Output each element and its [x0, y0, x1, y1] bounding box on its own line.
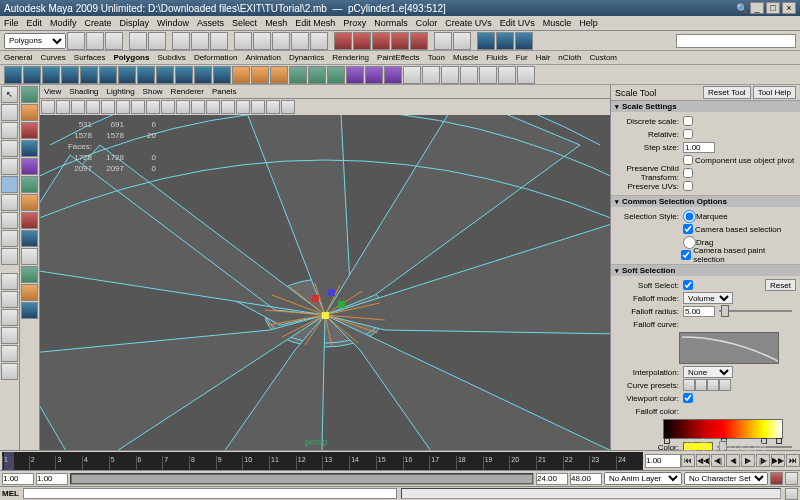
- soft-select-checkbox[interactable]: [683, 280, 693, 290]
- marquee-radio[interactable]: [683, 210, 696, 223]
- component-pivot-checkbox[interactable]: [683, 155, 693, 165]
- shelf-sphere-icon[interactable]: [4, 66, 22, 84]
- vp-menu-lighting[interactable]: Lighting: [107, 87, 135, 96]
- manip-tool-icon[interactable]: [1, 194, 18, 211]
- menu-assets[interactable]: Assets: [197, 18, 224, 28]
- ql-5-icon[interactable]: [21, 158, 38, 175]
- camera-sel-checkbox[interactable]: [683, 224, 693, 234]
- step-fwd-button[interactable]: ▶▶: [771, 454, 785, 467]
- preset-3-icon[interactable]: [707, 379, 719, 391]
- vp-textured-icon[interactable]: [206, 100, 220, 114]
- shelf-fill-icon[interactable]: [460, 66, 478, 84]
- range-start-inner-field[interactable]: [36, 473, 68, 485]
- ql-4-icon[interactable]: [21, 140, 38, 157]
- shelf-tab-animation[interactable]: Animation: [245, 53, 281, 62]
- falloff-curve-editor[interactable]: [679, 332, 779, 364]
- time-slider[interactable]: 123456789101112131415161718192021222324 …: [0, 450, 800, 470]
- autokey-toggle-icon[interactable]: [770, 472, 783, 485]
- window-min-button[interactable]: _: [750, 2, 764, 14]
- camera-paint-checkbox[interactable]: [681, 250, 691, 260]
- shelf-tab-rendering[interactable]: Rendering: [332, 53, 369, 62]
- ql-8-icon[interactable]: [21, 212, 38, 229]
- tool-open-icon[interactable]: [86, 32, 104, 50]
- history-off-icon[interactable]: [453, 32, 471, 50]
- shelf-plane-icon[interactable]: [80, 66, 98, 84]
- play-back-button[interactable]: ◀: [726, 454, 740, 467]
- layout-three-icon[interactable]: [1, 345, 18, 362]
- menu-modify[interactable]: Modify: [50, 18, 77, 28]
- shelf-prism-icon[interactable]: [118, 66, 136, 84]
- viewport-3d[interactable]: persp 5316916 1578157820 Faces: 17281728…: [40, 115, 610, 450]
- last-tool-icon[interactable]: [1, 248, 18, 265]
- range-track[interactable]: [70, 473, 534, 485]
- prev-key-button[interactable]: ◀|: [711, 454, 725, 467]
- shelf-merge-icon[interactable]: [422, 66, 440, 84]
- vp-bookmark-icon[interactable]: [56, 100, 70, 114]
- section-scale-settings[interactable]: Scale Settings: [611, 101, 800, 112]
- ql-13-icon[interactable]: [21, 302, 38, 319]
- move-tool-icon[interactable]: [1, 140, 18, 157]
- viewport-color-checkbox[interactable]: [683, 393, 693, 403]
- scale-tool-icon[interactable]: [1, 176, 18, 193]
- command-input[interactable]: [23, 488, 397, 499]
- shelf-append-icon[interactable]: [346, 66, 364, 84]
- shelf-cylinder-icon[interactable]: [42, 66, 60, 84]
- vp-menu-panels[interactable]: Panels: [212, 87, 236, 96]
- range-end-inner-field[interactable]: [536, 473, 568, 485]
- vp-film-gate-icon[interactable]: [116, 100, 130, 114]
- shelf-soccer-icon[interactable]: [194, 66, 212, 84]
- shelf-tab-curves[interactable]: Curves: [40, 53, 65, 62]
- vp-menu-renderer[interactable]: Renderer: [171, 87, 204, 96]
- render-settings-icon[interactable]: [515, 32, 533, 50]
- shelf-extract-icon[interactable]: [251, 66, 269, 84]
- ql-3-icon[interactable]: [21, 122, 38, 139]
- paint-select-icon[interactable]: [1, 122, 18, 139]
- shelf-tab-toon[interactable]: Toon: [428, 53, 445, 62]
- shelf-smooth-icon[interactable]: [289, 66, 307, 84]
- falloff-radius-field[interactable]: [683, 306, 715, 317]
- shelf-tab-general[interactable]: General: [4, 53, 32, 62]
- shelf-cube-icon[interactable]: [23, 66, 41, 84]
- vp-res-gate-icon[interactable]: [131, 100, 145, 114]
- preset-1-icon[interactable]: [683, 379, 695, 391]
- shelf-tab-hair[interactable]: Hair: [536, 53, 551, 62]
- vp-image-plane-icon[interactable]: [71, 100, 85, 114]
- snap-point-icon[interactable]: [372, 32, 390, 50]
- ql-12-icon[interactable]: [21, 284, 38, 301]
- interpolation-select[interactable]: None: [683, 366, 733, 378]
- mask-face-icon[interactable]: [272, 32, 290, 50]
- vp-2d-pan-icon[interactable]: [86, 100, 100, 114]
- vp-hq-icon[interactable]: [251, 100, 265, 114]
- shelf-tab-polygons[interactable]: Polygons: [113, 53, 149, 62]
- vp-wireframe-icon[interactable]: [176, 100, 190, 114]
- rewind-button[interactable]: ⏮: [681, 454, 695, 467]
- current-frame-field[interactable]: [645, 454, 681, 468]
- vp-xray-icon[interactable]: [281, 100, 295, 114]
- relative-checkbox[interactable]: [683, 129, 693, 139]
- vp-camera-select-icon[interactable]: [41, 100, 55, 114]
- cmd-language-label[interactable]: MEL: [2, 489, 19, 498]
- ql-10-icon[interactable]: [21, 248, 38, 265]
- fast-fwd-button[interactable]: ⏭: [786, 454, 800, 467]
- vp-shadows-icon[interactable]: [236, 100, 250, 114]
- falloff-radius-slider[interactable]: [719, 310, 792, 312]
- play-fwd-button[interactable]: ▶: [741, 454, 755, 467]
- shelf-tab-fur[interactable]: Fur: [516, 53, 528, 62]
- shelf-cone-icon[interactable]: [61, 66, 79, 84]
- sel-mode-hierarchy-icon[interactable]: [172, 32, 190, 50]
- window-max-button[interactable]: □: [766, 2, 780, 14]
- menu-color[interactable]: Color: [416, 18, 438, 28]
- shelf-uv1-icon[interactable]: [498, 66, 516, 84]
- sel-mode-component-icon[interactable]: [210, 32, 228, 50]
- vp-shaded-icon[interactable]: [191, 100, 205, 114]
- tool-save-icon[interactable]: [105, 32, 123, 50]
- shelf-tab-subdivs[interactable]: Subdivs: [157, 53, 185, 62]
- menu-mesh[interactable]: Mesh: [265, 18, 287, 28]
- shelf-sculpt-icon[interactable]: [403, 66, 421, 84]
- shelf-tab-painteffects[interactable]: PaintEffects: [377, 53, 420, 62]
- vp-safe-action-icon[interactable]: [146, 100, 160, 114]
- layout-two-v-icon[interactable]: [1, 327, 18, 344]
- shelf-tab-deformation[interactable]: Deformation: [194, 53, 238, 62]
- vp-menu-show[interactable]: Show: [143, 87, 163, 96]
- menu-display[interactable]: Display: [120, 18, 150, 28]
